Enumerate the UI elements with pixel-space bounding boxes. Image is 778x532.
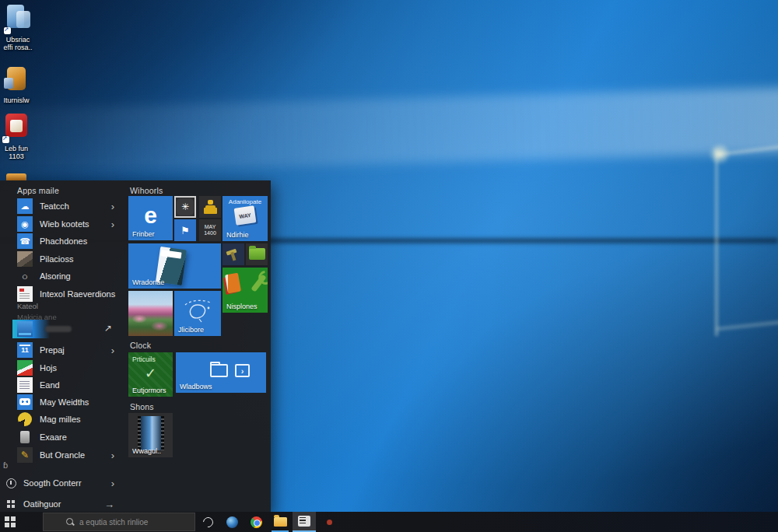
tile-label: Jlicibore [178, 326, 204, 334]
tiles-section-header-2: Clock [130, 341, 151, 350]
app-item-hojs[interactable]: Hojs [0, 359, 124, 376]
app-item-label: But Orancle [40, 450, 85, 460]
doodle-sketch-icon [180, 296, 215, 327]
ring-icon: ○ [17, 268, 33, 284]
search-input[interactable] [79, 518, 194, 527]
app-item-pilacioss[interactable]: Pilacioss [0, 250, 124, 268]
app-item-label: Prepaj [40, 345, 65, 355]
tile-may-1400[interactable]: MAY 1400 [199, 219, 221, 241]
tile-wwagul[interactable]: Wwagul.. [128, 413, 173, 457]
tile-wladbows[interactable]: › Wladbows [176, 352, 266, 393]
tile-adaniiopate[interactable]: Adaniiopate WAY Ndirhie [223, 196, 268, 241]
desktop-icon-1[interactable]: Ubsriac effi rosa.. [0, 5, 40, 51]
folder-outline-icon [210, 364, 228, 377]
app-item-intexol[interactable]: Intexol Raeverdions [0, 285, 124, 303]
window-app-icon [298, 516, 310, 527]
app-item-label: Phachdones [40, 236, 87, 246]
chrome-icon [251, 516, 262, 528]
clock-icon [5, 477, 17, 489]
tile-label: Frinber [132, 230, 155, 238]
desktop-icon-label: Leb fun [5, 145, 28, 152]
pencil-icon: ✎ [17, 447, 33, 463]
app-item-mag-milles[interactable]: Mag milles [0, 411, 124, 428]
desktop-icon-label: effi rosa.. [4, 44, 33, 51]
tile-label: Wradonae [132, 278, 164, 286]
app-item-may-weidths[interactable]: May Weidths [0, 394, 124, 411]
tiles-section-header-1: Wihoorls [130, 186, 163, 195]
taskbar: ^ 271.93 emnghete [0, 512, 778, 532]
cloud-icon: ☁ [17, 198, 33, 214]
folder-icon [249, 248, 265, 260]
windows-desktop: Ubsriac effi rosa.. Iturnislw Leb fun 11… [0, 0, 778, 532]
app-item-label: Alsoring [40, 271, 71, 281]
tile-label: Ndirhie [226, 231, 249, 239]
footer-item-soogth-conterr[interactable]: Soogth Conterr › [0, 474, 124, 492]
app-item-exaare[interactable]: Exaare [0, 429, 124, 446]
app-item-label: Mag milles [40, 415, 81, 424]
app-item-teatcch[interactable]: ☁ Teatcch › [0, 198, 124, 215]
calendar-page-icon: WAY [234, 205, 257, 225]
chevron-right-icon: › [111, 201, 114, 212]
footer-item-label: Soogth Conterr [23, 478, 82, 488]
tile-prticuils[interactable]: Prticuils ✓ Eutjormors [128, 352, 173, 397]
app-item-label: Exaare [40, 432, 67, 442]
tile-hammer[interactable] [223, 243, 244, 265]
footer-item-oatihguor[interactable]: Oatihguor → [0, 495, 124, 513]
tile-flag[interactable]: ⚑ [174, 219, 196, 241]
app-item-alsoring[interactable]: ○ Alsoring [0, 268, 124, 285]
tile-photo-landscape[interactable] [128, 291, 173, 336]
windows-logo-icon [11, 516, 16, 521]
tile-nisplones[interactable]: Nisplones [223, 268, 268, 313]
tile-top-text: Prticuils [132, 355, 156, 363]
footer-item-label: Oatihguor [23, 499, 61, 509]
start-button[interactable] [5, 516, 16, 527]
app-item-highlighted[interactable]: ↗ [0, 320, 124, 338]
tile-label: Wwagul.. [132, 447, 161, 455]
desktop-icon-2[interactable]: Iturnislw [0, 65, 39, 104]
yellow-circle-icon [17, 411, 33, 427]
app-item-prepaj[interactable]: 11 Prepaj › [0, 341, 124, 359]
person-icon [199, 196, 221, 218]
tile-snowflake[interactable]: ✳ [174, 196, 196, 218]
desktop-icon-3[interactable]: Leb fun 1103 [0, 114, 39, 160]
tile-person[interactable] [199, 196, 221, 218]
taskbar-cortana-button[interactable] [196, 512, 219, 532]
chevron-right-icon: › [111, 478, 114, 488]
taskbar-chrome-button[interactable] [244, 512, 268, 532]
taskbar-file-explorer-button[interactable] [268, 512, 292, 532]
wallpaper-glow [708, 144, 731, 164]
taskbar-search[interactable] [43, 513, 195, 531]
calendar-icon: 11 [17, 342, 33, 358]
app-item-but-orancle[interactable]: ✎ But Orancle › [0, 446, 124, 464]
wrench-icon [251, 274, 266, 292]
red-dot-icon [327, 520, 332, 525]
desktop-icon-label: 1103 [9, 152, 23, 160]
taskbar-browser-button[interactable] [220, 512, 244, 532]
tile-jlicibore[interactable]: Jlicibore [174, 291, 221, 336]
cortana-ring-icon [201, 515, 215, 529]
app-item-phachdones[interactable]: ☎ Phachdones [0, 233, 124, 250]
desktop-icon-partial [6, 173, 26, 180]
console-icon: › [235, 364, 250, 377]
app-item-label: Teatcch [40, 201, 69, 211]
asterisk-icon: ✳ [177, 198, 194, 215]
tile-edge[interactable]: e Frinber [128, 196, 173, 240]
books-icon [225, 273, 241, 294]
device-icon [17, 429, 33, 445]
tile-top-text: Adaniiopate [223, 198, 268, 205]
hammer-icon [226, 247, 241, 261]
small-glyph-icon: ɓ [3, 460, 8, 470]
taskbar-active-app-button[interactable] [293, 512, 316, 532]
app-item-wieb-kootets[interactable]: ◉ Wieb kootets › [0, 215, 124, 233]
chat-bubble-icon [17, 394, 33, 410]
flag-icon: ⚑ [174, 219, 196, 241]
camera-icon: ◉ [17, 216, 33, 232]
file-explorer-icon [274, 517, 287, 527]
tile-wradonae[interactable]: Wradonae [128, 243, 221, 289]
shortcut-arrow-icon [4, 27, 11, 34]
start-menu: Apps maile ☁ Teatcch › ◉ Wieb kootets › … [0, 180, 271, 513]
app-item-eand[interactable]: Eand [0, 376, 124, 394]
taskbar-app-button[interactable] [317, 512, 341, 532]
apps-list-header: Apps maile [17, 186, 59, 195]
tile-green-folder[interactable] [246, 243, 268, 265]
